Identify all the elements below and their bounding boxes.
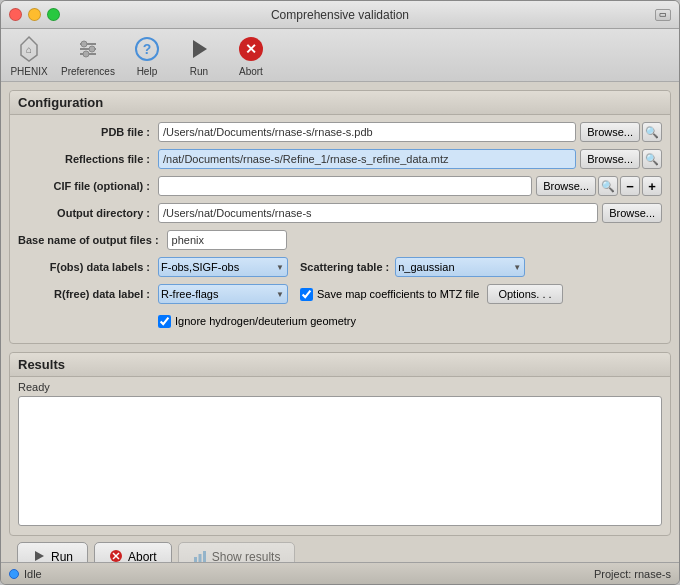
titlebar-buttons: [9, 8, 60, 21]
minimize-button[interactable]: [28, 8, 41, 21]
pdb-file-row: PDB file : Browse... 🔍: [18, 121, 662, 143]
toolbar-help[interactable]: ? Help: [127, 33, 167, 77]
toolbar-preferences[interactable]: Preferences: [61, 33, 115, 77]
rfree-savemap-row: R(free) data label : R-free-flags Save m…: [18, 283, 662, 305]
output-dir-label: Output directory :: [18, 207, 158, 219]
results-ready-label: Ready: [18, 381, 662, 393]
idle-status: Idle: [24, 568, 42, 580]
rfree-label: R(free) data label :: [18, 288, 158, 300]
output-browse-button[interactable]: Browse...: [602, 203, 662, 223]
preferences-icon: [72, 33, 104, 65]
results-section: Results Ready: [9, 352, 671, 536]
project-status: Project: rnase-s: [594, 568, 671, 580]
results-title: Results: [10, 353, 670, 377]
cif-minus-icon[interactable]: −: [620, 176, 640, 196]
options-button[interactable]: Options. . .: [487, 284, 562, 304]
output-dir-row: Output directory : Browse...: [18, 202, 662, 224]
maximize-button[interactable]: [47, 8, 60, 21]
status-left: Idle: [9, 568, 42, 580]
status-dot: [9, 569, 19, 579]
toolbar: ⌂ PHENIX Preferences: [1, 29, 679, 82]
abort-label: Abort: [239, 66, 263, 77]
svg-point-7: [83, 51, 89, 57]
phenix-icon: ⌂: [13, 33, 45, 65]
svg-point-6: [89, 46, 95, 52]
ignore-hydrogen-checkbox[interactable]: [158, 315, 171, 328]
rfree-select-wrapper: R-free-flags: [158, 284, 288, 304]
reflections-file-input[interactable]: [158, 149, 576, 169]
statusbar: Idle Project: rnase-s: [1, 562, 679, 584]
run-icon: [183, 33, 215, 65]
pdb-file-input[interactable]: [158, 122, 576, 142]
svg-text:?: ?: [143, 41, 152, 57]
base-name-row: Base name of output files :: [18, 229, 662, 251]
cif-file-input[interactable]: [158, 176, 532, 196]
collapse-button[interactable]: ▭: [655, 9, 671, 21]
titlebar: Comprehensive validation ▭: [1, 1, 679, 29]
cif-search-icon[interactable]: 🔍: [598, 176, 618, 196]
configuration-section: Configuration PDB file : Browse... 🔍 Ref…: [9, 90, 671, 344]
fobs-select[interactable]: F-obs,SIGF-obs: [158, 257, 288, 277]
help-label: Help: [137, 66, 158, 77]
ignore-hydrogen-label: Ignore hydrogen/deuterium geometry: [175, 315, 356, 327]
pdb-browse-button[interactable]: Browse...: [580, 122, 640, 142]
ignore-hydrogen-checkbox-label[interactable]: Ignore hydrogen/deuterium geometry: [158, 315, 356, 328]
results-textarea[interactable]: [18, 396, 662, 526]
results-body: Ready: [10, 377, 670, 535]
help-icon: ?: [131, 33, 163, 65]
configuration-body: PDB file : Browse... 🔍 Reflections file …: [10, 115, 670, 343]
cif-plus-icon[interactable]: +: [642, 176, 662, 196]
scattering-label: Scattering table :: [300, 261, 389, 273]
phenix-label: PHENIX: [10, 66, 47, 77]
fobs-scattering-row: F(obs) data labels : F-obs,SIGF-obs Scat…: [18, 256, 662, 278]
reflections-file-label: Reflections file :: [18, 153, 158, 165]
svg-marker-13: [35, 551, 44, 561]
reflections-file-row: Reflections file : Browse... 🔍: [18, 148, 662, 170]
svg-rect-19: [203, 551, 206, 562]
reflections-browse-button[interactable]: Browse...: [580, 149, 640, 169]
cif-file-label: CIF file (optional) :: [18, 180, 158, 192]
svg-text:✕: ✕: [245, 41, 257, 57]
preferences-label: Preferences: [61, 66, 115, 77]
pdb-file-label: PDB file :: [18, 126, 158, 138]
toolbar-run[interactable]: Run: [179, 33, 219, 77]
run-label: Run: [190, 66, 208, 77]
main-content: Configuration PDB file : Browse... 🔍 Ref…: [1, 82, 679, 572]
save-map-label: Save map coefficients to MTZ file: [317, 288, 479, 300]
scattering-select[interactable]: n_gaussian: [395, 257, 525, 277]
save-map-checkbox-label[interactable]: Save map coefficients to MTZ file: [300, 288, 479, 301]
svg-rect-17: [194, 557, 197, 562]
base-name-label: Base name of output files :: [18, 234, 167, 246]
ignore-hydrogen-row: Ignore hydrogen/deuterium geometry: [18, 310, 662, 332]
pdb-search-icon[interactable]: 🔍: [642, 122, 662, 142]
cif-file-row: CIF file (optional) : Browse... 🔍 − +: [18, 175, 662, 197]
fobs-select-wrapper: F-obs,SIGF-obs: [158, 257, 288, 277]
rfree-select[interactable]: R-free-flags: [158, 284, 288, 304]
toolbar-abort[interactable]: ✕ Abort: [231, 33, 271, 77]
output-dir-input[interactable]: [158, 203, 598, 223]
scattering-select-wrapper: n_gaussian: [395, 257, 525, 277]
abort-toolbar-icon: ✕: [235, 33, 267, 65]
svg-rect-18: [198, 554, 201, 562]
main-window: Comprehensive validation ▭ ⌂ PHENIX: [0, 0, 680, 585]
toolbar-phenix[interactable]: ⌂ PHENIX: [9, 33, 49, 77]
window-title: Comprehensive validation: [271, 8, 409, 22]
svg-text:⌂: ⌂: [26, 44, 32, 55]
configuration-title: Configuration: [10, 91, 670, 115]
save-map-checkbox[interactable]: [300, 288, 313, 301]
base-name-input[interactable]: [167, 230, 287, 250]
reflections-search-icon[interactable]: 🔍: [642, 149, 662, 169]
svg-point-5: [81, 41, 87, 47]
close-button[interactable]: [9, 8, 22, 21]
cif-browse-button[interactable]: Browse...: [536, 176, 596, 196]
svg-marker-10: [193, 40, 207, 58]
fobs-label: F(obs) data labels :: [18, 261, 158, 273]
